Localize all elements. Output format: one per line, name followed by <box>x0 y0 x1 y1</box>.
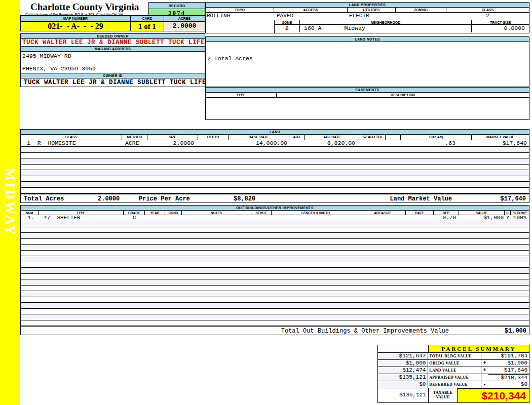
ps-op-land: + <box>481 367 488 374</box>
ob-row-notes <box>182 215 251 221</box>
map-number-cell: MAP NUMBER 021- - A- - - 29 <box>21 16 131 31</box>
ps-row-total-bldg: $121,647 TOTAL BLDG VALUE $191,704 <box>378 353 529 360</box>
ps-prior-appraised: $135,121 <box>378 374 428 381</box>
zone-neighborhood-block: ZONE NEIGHBORHOOD TRACT SIZE 2 160 A Mid… <box>206 20 529 33</box>
land-market-value-label: Land Market Value <box>390 195 452 202</box>
empty-row <box>21 188 529 194</box>
class-header: CLASS <box>446 8 529 12</box>
ob-row-type: 47 SHELTER <box>39 215 124 221</box>
empty-row <box>21 245 529 251</box>
land-col-market-value: MARKET VALUE <box>472 135 529 140</box>
land-col-adj-rate: ADJ RATE <box>305 135 360 140</box>
land-col-sz-adj-tbl: SZ ADJ TBL <box>360 135 386 140</box>
map-number-label: MAP NUMBER <box>21 16 130 22</box>
empty-row <box>21 165 529 171</box>
ob-row-year <box>145 215 165 221</box>
easement-type-header: TYPE <box>206 93 277 97</box>
empty-row <box>21 182 529 188</box>
land-col-size: SIZE <box>147 135 198 140</box>
utilities-header: UTILITIES <box>348 8 396 12</box>
empty-row <box>21 268 529 274</box>
ps-row-obldg: $1,000 OBLDG VALUE + $1,000 <box>378 360 529 367</box>
ps-row-taxable: $135,121 TAXABLE VALUE $210,344 <box>378 388 529 402</box>
empty-row <box>21 320 529 327</box>
address-line2: PHENIX, VA 23959-3959 <box>22 65 205 72</box>
ob-total-value: $1,000 <box>505 328 526 335</box>
ps-title-spacer <box>378 345 429 352</box>
ps-value-obldg: $1,000 <box>488 360 529 367</box>
ob-col-year: YEAR <box>145 211 165 215</box>
ps-prior-deferred: $0 <box>378 381 428 388</box>
price-per-acre-value: $8,820 <box>234 195 255 202</box>
land-row-size-adj: .63 <box>401 140 472 146</box>
land-market-value: $17,640 <box>501 195 526 202</box>
owner-section: DEEDED OWNER TUCK WALTER LEE JR & DIANNE… <box>20 33 205 87</box>
neighborhood-code: 160 A <box>304 25 322 32</box>
empty-row <box>21 147 529 153</box>
neighborhood-name: Midway <box>345 25 365 32</box>
ps-value-deferred: $0 <box>488 381 529 388</box>
ps-op-obldg: + <box>481 360 488 367</box>
mailing-address-box: 2495 MIDWAY RD PHENIX, VA 23959-3959 <box>21 52 205 73</box>
empty-row <box>21 158 529 165</box>
land-notes-text: 2 Total Acres <box>207 55 253 62</box>
land-col-method: METHOD <box>122 135 147 140</box>
ps-row-land: $12,474 LAND VALUE + $17,640 <box>378 367 529 374</box>
ps-prior-obldg: $1,000 <box>378 360 428 367</box>
land-properties-section: LAND PROPERTIES TOPO ACCESS UTILITIES ZO… <box>205 2 529 33</box>
ob-col-cond: COND <box>165 211 182 215</box>
ob-col-grade: GRADE <box>124 211 145 215</box>
ob-col-value: VALUE <box>459 211 505 215</box>
ob-row-num: 1. <box>21 215 39 221</box>
deeded-owner-value: TUCK WALTER LEE JR & DIANNE SUBLETT TUCK… <box>21 39 205 47</box>
sidebar-district-label: MIDWAY <box>3 168 18 237</box>
ob-row-area-size <box>360 215 406 221</box>
empty-row <box>21 239 529 245</box>
land-table: LAND CLASS METHOD SIZE DEPTH BASE RATE A… <box>20 129 529 194</box>
land-col-size-adj: Size Adj <box>401 135 472 140</box>
ps-label-total-bldg: TOTAL BLDG VALUE <box>428 353 481 359</box>
empty-row <box>21 309 529 315</box>
acres-label: ACRES <box>164 16 205 22</box>
out-buildings-total-row: Total Out Buildings & Other Improvements… <box>21 326 529 335</box>
record-card: Charlotte County Virginia Commissioner o… <box>20 0 529 405</box>
land-empty-rows <box>21 147 529 193</box>
empty-row <box>21 286 529 292</box>
card-cell: CARD 1 of 1 <box>131 16 164 31</box>
easements-bar: EASEMENTS <box>206 88 529 93</box>
acres-value: 2.0000 <box>164 22 205 31</box>
ps-label-obldg: OBLDG VALUE <box>428 360 481 367</box>
ob-total-label: Total Out Buildings & Other Improvements… <box>281 328 449 335</box>
land-row-size: 2.0000 <box>147 140 198 146</box>
ob-col-type: TYPE <box>39 211 124 215</box>
empty-row <box>21 221 529 227</box>
ob-col-length-width: LENGTH X WIDTH <box>272 211 360 215</box>
empty-row <box>21 170 529 176</box>
land-row-market-value: $17,640 <box>472 140 529 146</box>
land-col-adj: ADJ <box>289 135 305 140</box>
ob-row-sthgt <box>251 215 272 221</box>
owner-id-value: TUCK WALTER LEE JR & DIANNE SUBLETT TUCK… <box>21 78 205 87</box>
land-table-row: 1 R HOMESITE ACRE 2.0000 14,000.00 8,820… <box>21 140 529 147</box>
land-col-depth: DEPTH <box>198 135 229 140</box>
ob-row-rate <box>406 215 434 221</box>
ps-value-total-bldg: $191,704 <box>488 352 529 360</box>
empty-row <box>21 279 529 286</box>
topo-cell-spacer <box>206 20 274 33</box>
land-notes-section: LAND NOTES 2 Total Acres <box>205 36 529 87</box>
left-sidebar: MIDWAY <box>0 0 20 405</box>
ob-col-dep: DEP <box>434 211 459 215</box>
neighborhood-value: 160 A Midway <box>300 25 472 32</box>
empty-row <box>21 297 529 303</box>
access-header: ACCESS <box>274 8 348 12</box>
ob-row-s: Y <box>505 215 511 221</box>
ob-col-pct-comp: % COMP <box>511 211 529 215</box>
ps-prior-total-bldg: $121,647 <box>378 353 428 359</box>
ob-col-rate: RATE <box>406 211 434 215</box>
land-row-blank <box>386 140 401 146</box>
ob-col-sthgt: STHGT <box>251 211 272 215</box>
empty-row <box>21 153 529 159</box>
zoning-header: ZONING <box>396 8 446 12</box>
empty-row <box>21 176 529 182</box>
ps-prior-land: $12,474 <box>378 367 428 374</box>
